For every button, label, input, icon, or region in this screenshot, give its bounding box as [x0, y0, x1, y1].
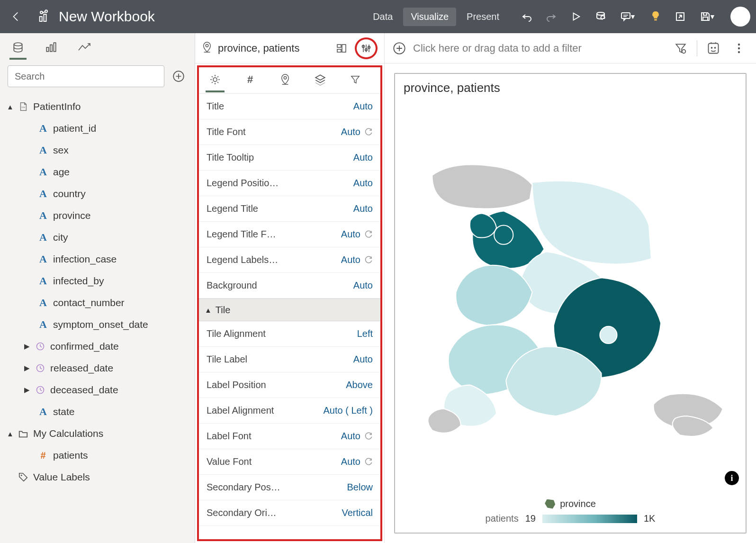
properties-button-highlight — [355, 37, 378, 59]
filter-placeholder[interactable]: Click here or drag data to add a filter — [413, 42, 665, 54]
field-province[interactable]: Aprovince — [5, 205, 191, 226]
svg-point-38 — [711, 46, 713, 48]
svg-line-18 — [40, 346, 42, 347]
svg-point-26 — [206, 44, 208, 47]
my-calculations-node[interactable]: ▲My Calculations — [5, 423, 191, 444]
map-props-tab[interactable] — [276, 69, 295, 92]
svg-point-25 — [21, 475, 22, 476]
prop-value-font[interactable]: Value FontAuto — [199, 449, 380, 475]
add-filter-button[interactable] — [392, 41, 406, 55]
prop-label-position[interactable]: Label PositionAbove — [199, 372, 380, 398]
svg-point-41 — [738, 47, 740, 49]
svg-point-36 — [682, 49, 686, 53]
field-state[interactable]: Astate — [5, 401, 191, 423]
prop-secondary-pos-[interactable]: Secondary Pos…Below — [199, 475, 380, 500]
svg-point-42 — [738, 51, 740, 53]
prop-label-alignment[interactable]: Label AlignmentAuto ( Left ) — [199, 398, 380, 424]
svg-rect-0 — [40, 17, 42, 21]
avatar[interactable] — [730, 7, 750, 27]
svg-point-43 — [494, 226, 513, 244]
field-deceased_date[interactable]: ▶deceased_date — [5, 379, 191, 401]
field-patients[interactable]: #patients — [5, 444, 191, 466]
layers-props-tab[interactable] — [311, 69, 330, 92]
prop-legend-title[interactable]: Legend TitleAuto — [199, 196, 380, 222]
values-props-tab[interactable]: # — [241, 69, 260, 92]
dataset-node[interactable]: ▲csvPatientInfo — [5, 96, 191, 118]
visualizations-tab[interactable] — [43, 37, 60, 60]
prop-background[interactable]: BackgroundAuto — [199, 273, 380, 299]
svg-point-4 — [597, 12, 604, 15]
svg-point-10 — [14, 43, 22, 46]
general-props-tab[interactable] — [206, 69, 225, 92]
field-infection_case[interactable]: Ainfection_case — [5, 248, 191, 270]
workbook-icon — [38, 9, 52, 24]
comment-button[interactable]: ▼ — [615, 6, 641, 27]
mode-visualize[interactable]: Visualize — [403, 8, 456, 26]
svg-point-40 — [738, 43, 740, 45]
field-patient_id[interactable]: Apatient_id — [5, 118, 191, 139]
mode-data[interactable]: Data — [365, 8, 400, 26]
prop-secondary-ori-[interactable]: Secondary Ori…Vertical — [199, 500, 380, 526]
redo-button — [541, 6, 562, 27]
grammar-title: province, patients — [218, 42, 327, 54]
field-confirmed_date[interactable]: ▶confirmed_date — [5, 335, 191, 357]
data-tab[interactable] — [9, 37, 27, 60]
field-country[interactable]: Acountry — [5, 183, 191, 205]
prop-legend-labels-[interactable]: Legend Labels…Auto — [199, 247, 380, 273]
svg-rect-29 — [342, 45, 346, 52]
canvas-menu-button[interactable] — [729, 39, 748, 58]
prop-label-font[interactable]: Label FontAuto — [199, 424, 380, 449]
legend-max: 1K — [644, 513, 655, 524]
prop-tile-alignment[interactable]: Tile AlignmentLeft — [199, 321, 380, 347]
prop-title-font[interactable]: Title FontAuto — [199, 119, 380, 145]
insights-button[interactable] — [645, 6, 666, 27]
auto-insights-button[interactable] — [704, 39, 723, 58]
back-button[interactable] — [6, 6, 27, 27]
prop-title-tooltip[interactable]: Title TooltipAuto — [199, 145, 380, 171]
field-released_date[interactable]: ▶released_date — [5, 357, 191, 379]
svg-rect-13 — [54, 43, 55, 51]
analytics-tab[interactable] — [76, 37, 93, 60]
properties-panel-highlight: # TitleAutoTitle FontAutoTitle TooltipAu… — [197, 65, 382, 541]
export-button[interactable] — [670, 6, 691, 27]
svg-rect-6 — [654, 19, 657, 21]
filter-settings-button[interactable] — [671, 39, 690, 58]
field-contact_number[interactable]: Acontact_number — [5, 292, 191, 314]
field-age[interactable]: Aage — [5, 161, 191, 183]
prop-title[interactable]: TitleAuto — [199, 94, 380, 119]
refresh-data-button[interactable] — [590, 6, 611, 27]
undo-button[interactable] — [516, 6, 537, 27]
mode-present[interactable]: Present — [459, 8, 507, 26]
play-button[interactable] — [566, 6, 586, 27]
legend-measure-label: patients — [486, 513, 519, 524]
properties-button[interactable] — [360, 43, 372, 54]
field-sex[interactable]: Asex — [5, 139, 191, 161]
field-city[interactable]: Acity — [5, 226, 191, 248]
field-infected_by[interactable]: Ainfected_by — [5, 270, 191, 292]
svg-rect-27 — [337, 45, 341, 47]
visualization-tile[interactable]: province, patients — [394, 73, 747, 534]
value-labels-node[interactable]: Value Labels — [5, 466, 191, 488]
prop-tile-label[interactable]: Tile LabelAuto — [199, 347, 380, 372]
svg-point-3 — [45, 10, 47, 12]
svg-rect-5 — [621, 13, 630, 18]
svg-point-33 — [213, 78, 217, 81]
svg-rect-28 — [337, 49, 341, 52]
map-chart[interactable] — [404, 100, 737, 498]
prop-legend-title-f-[interactable]: Legend Title F…Auto — [199, 222, 380, 247]
search-input[interactable] — [8, 65, 164, 87]
svg-rect-1 — [44, 14, 46, 21]
section-tile[interactable]: ▲Tile — [199, 299, 380, 321]
field-symptom_onset_date[interactable]: Asymptom_onset_date — [5, 314, 191, 335]
add-dataset-button[interactable] — [170, 68, 187, 85]
legend: province patients 19 1K — [404, 498, 737, 526]
assignments-button[interactable] — [332, 39, 351, 58]
prop-legend-positio-[interactable]: Legend Positio…Auto — [199, 171, 380, 196]
save-button[interactable]: ▼ — [694, 6, 721, 27]
info-icon[interactable]: i — [725, 471, 739, 485]
location-icon — [202, 41, 213, 55]
filter-props-tab[interactable] — [346, 69, 365, 92]
viz-title: province, patients — [404, 81, 737, 95]
svg-point-39 — [714, 46, 716, 48]
divider — [697, 40, 697, 56]
